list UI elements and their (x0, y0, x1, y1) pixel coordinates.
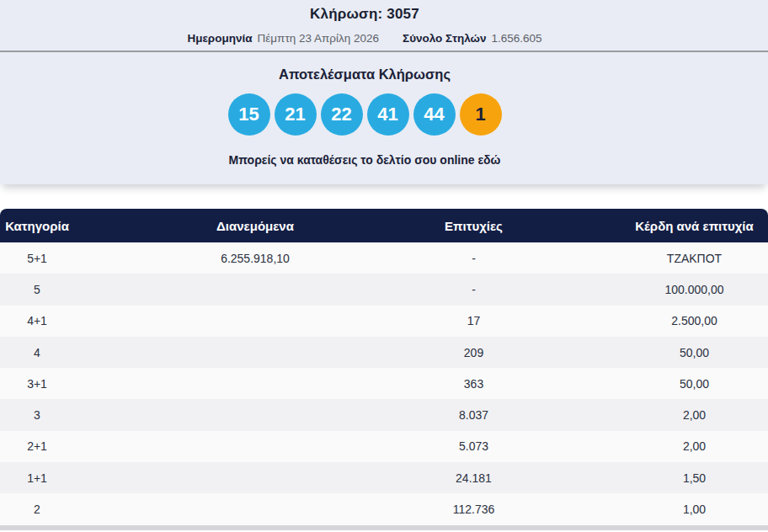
winners-cell: - (436, 274, 511, 305)
prize-cell: 100.000,00 (511, 274, 768, 305)
draw-header-band: Κλήρωση: 3057 Ημερομηνία Πέμπτη 23 Απρίλ… (0, 0, 768, 52)
table-row: 4+1 17 2.500,00 (0, 306, 768, 337)
distributed-cell: 6.255.918,10 (74, 242, 436, 274)
winners-cell: 5.073 (436, 431, 511, 462)
draw-meta-row: Ημερομηνία Πέμπτη 23 Απρίλη 2026 Σύνολο … (0, 32, 729, 45)
category-cell: 4 (0, 337, 74, 368)
prize-table: Κατηγορία Διανεμόμενα Επιτυχίες Κέρδη αν… (0, 209, 768, 525)
winners-cell: 363 (436, 368, 511, 399)
draw-title: Κλήρωση: 3057 (0, 6, 729, 23)
category-cell: 2 (0, 493, 74, 524)
prize-table-header-row: Κατηγορία Διανεμόμενα Επιτυχίες Κέρδη αν… (0, 209, 768, 242)
table-row: 2 112.736 1,00 (0, 493, 768, 524)
table-row: 5+1 6.255.918,10 - ΤΖΑΚΠΟΤ (0, 242, 768, 274)
prize-cell: ΤΖΑΚΠΟΤ (511, 242, 768, 274)
draw-results-card: Αποτελέσματα Κλήρωσης 15 21 22 41 44 1 Μ… (0, 52, 768, 184)
winning-numbers: 15 21 22 41 44 1 (0, 93, 729, 136)
results-title: Αποτελέσματα Κλήρωσης (0, 66, 729, 82)
distributed-cell (74, 274, 436, 305)
winners-cell: 17 (436, 306, 511, 337)
prize-cell: 50,00 (511, 368, 768, 399)
winners-cell: 209 (436, 337, 511, 368)
header-category: Κατηγορία (0, 209, 74, 242)
table-row: 3 8.037 2,00 (0, 399, 768, 430)
next-row-edge (0, 525, 768, 530)
table-row: 2+1 5.073 2,00 (0, 431, 768, 462)
distributed-cell (74, 306, 436, 337)
total-columns: Σύνολο Στηλών 1.656.605 (403, 32, 542, 45)
header-winners: Επιτυχίες (436, 209, 511, 242)
table-row: 5 - 100.000,00 (0, 274, 768, 305)
prize-cell: 1,00 (511, 493, 768, 524)
prize-cell: 2,00 (511, 431, 768, 462)
table-row: 4 209 50,00 (0, 337, 768, 368)
number-ball: 21 (275, 93, 317, 136)
number-ball: 41 (367, 93, 409, 136)
category-cell: 3 (0, 399, 74, 430)
number-ball: 22 (321, 93, 363, 136)
date-label: Ημερομηνία (187, 32, 252, 45)
category-cell: 5 (0, 274, 74, 305)
distributed-cell (74, 493, 436, 524)
distributed-cell (74, 399, 436, 430)
category-cell: 2+1 (0, 431, 74, 462)
prize-cell: 1,50 (511, 462, 768, 493)
category-cell: 3+1 (0, 368, 74, 399)
distributed-cell (74, 431, 436, 462)
prize-cell: 50,00 (511, 337, 768, 368)
distributed-cell (74, 462, 436, 493)
distributed-cell (74, 368, 436, 399)
draw-date: Ημερομηνία Πέμπτη 23 Απρίλη 2026 (187, 32, 379, 45)
category-cell: 5+1 (0, 242, 74, 274)
winners-cell: - (436, 242, 511, 274)
category-cell: 4+1 (0, 306, 74, 337)
distributed-cell (74, 337, 436, 368)
submit-online-link[interactable]: Μπορείς να καταθέσεις το δελτίο σου onli… (0, 153, 729, 167)
prize-cell: 2,00 (511, 399, 768, 430)
winners-cell: 24.181 (436, 462, 511, 493)
category-cell: 1+1 (0, 462, 74, 493)
total-columns-value: 1.656.605 (491, 32, 541, 45)
table-row: 1+1 24.181 1,50 (0, 462, 768, 493)
header-prize-per-win: Κέρδη ανά επιτυχία (511, 209, 768, 242)
winners-cell: 112.736 (436, 493, 511, 524)
header-distributed: Διανεμόμενα (74, 209, 436, 242)
prize-cell: 2.500,00 (511, 306, 768, 337)
winners-cell: 8.037 (436, 399, 511, 430)
number-ball: 15 (228, 93, 270, 136)
date-value: Πέμπτη 23 Απρίλη 2026 (258, 32, 380, 45)
table-row: 3+1 363 50,00 (0, 368, 768, 399)
number-ball: 44 (413, 93, 456, 136)
joker-ball: 1 (460, 93, 502, 136)
total-columns-label: Σύνολο Στηλών (403, 32, 486, 45)
